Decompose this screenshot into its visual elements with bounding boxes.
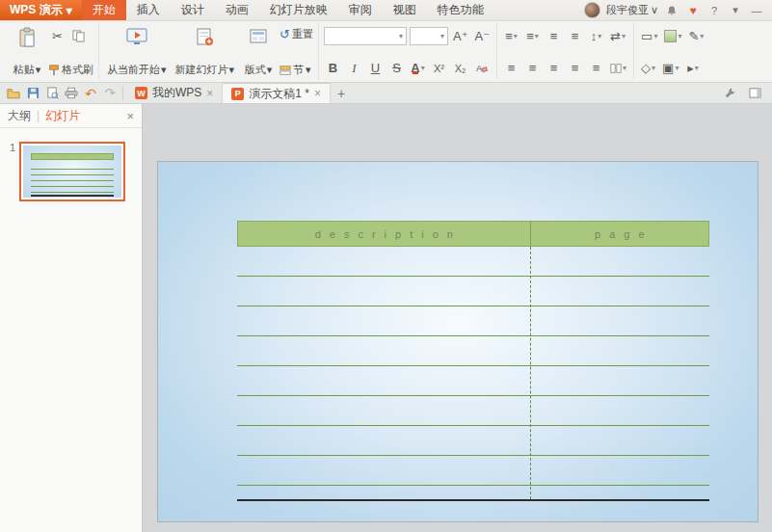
text-direction-button[interactable]: ⇄▾ [608,27,627,45]
underline-button[interactable]: U [366,59,385,77]
print-button[interactable] [62,83,81,103]
arrange-button[interactable]: ▣▾ [660,59,680,77]
slides-panel: 大纲 | 幻灯片 × 1 [0,104,143,532]
minimize-button[interactable]: — [749,3,764,18]
select-caret-icon: ▾ [695,64,699,72]
panel-close-icon[interactable]: × [126,109,134,123]
layout-icon [249,27,268,46]
format-painter-icon [48,65,60,76]
cut-button[interactable]: ✂ [48,27,67,45]
app-logo-text: WPS 演示 [10,2,63,18]
font-color-button[interactable]: A▾ [409,59,427,77]
copy-button[interactable] [69,27,88,45]
section-button[interactable]: 节 ▾ [280,63,313,77]
shape-caret-icon: ▾ [653,32,657,40]
align-left-button[interactable]: ≡ [502,59,520,77]
justify-button[interactable]: ≡ [566,59,584,77]
shape-outline-button[interactable]: ✎▾ [686,27,705,45]
arrange-caret-icon: ▾ [675,64,679,72]
favorite-heart-icon[interactable]: ♥ [685,3,701,18]
italic-button[interactable]: I [345,59,363,77]
shape-fill-button[interactable]: ▾ [662,27,683,45]
new-document-tab-button[interactable]: + [331,83,352,103]
layout-button[interactable]: 版式▾ [240,24,277,79]
format-painter-button[interactable]: 格式刷 [48,63,93,77]
align-center-button[interactable]: ≡ [523,59,542,77]
doc-tab-presentation1-close-icon[interactable]: × [314,87,321,100]
doc-tab-presentation1[interactable]: P 演示文稿1 * × [223,83,331,103]
content-table[interactable]: description page [237,221,709,501]
bold-button[interactable]: B [324,59,342,77]
slide-1[interactable]: description page [158,162,758,521]
insert-shape-button[interactable]: ▭▾ [639,27,659,45]
print-preview-button[interactable] [42,83,62,103]
tab-review[interactable]: 审阅 [338,0,383,20]
play-from-current-label: 从当前开始 [107,63,160,77]
font-size-combo[interactable]: ▾ [410,27,448,45]
paste-icon [17,27,37,48]
shape-effects-button[interactable]: ◇▾ [639,59,657,77]
tab-design[interactable]: 设计 [171,0,215,20]
distribute-button[interactable]: ≡ [587,59,605,77]
shrink-font-button[interactable]: A⁻ [473,27,492,45]
paste-button[interactable]: 粘贴▾ [9,24,45,79]
new-slide-button[interactable]: 新建幻灯片▾ [173,24,238,79]
select-button[interactable]: ▸▾ [683,59,702,77]
open-button[interactable] [4,83,23,103]
redo-button[interactable]: ↷ [100,83,120,103]
subscript-button[interactable]: X₂ [451,59,469,77]
clear-format-button[interactable]: A [472,59,491,77]
play-from-current-button[interactable]: 从当前开始▾ [104,24,170,79]
tab-home[interactable]: 开始 [82,0,126,20]
tab-insert[interactable]: 插入 [126,0,171,20]
table-row [237,336,709,366]
undo-button[interactable]: ↶ [81,83,100,103]
doc-tab-my-wps-close-icon[interactable]: × [206,87,213,100]
print-icon [65,87,78,99]
numbering-icon: ≡ [526,29,534,43]
tab-slideshow[interactable]: 幻灯片放映 [259,0,338,20]
decrease-indent-button[interactable]: ≡ [545,27,563,45]
reset-icon: ↺ [280,27,290,41]
table-row [237,396,709,426]
select-icon: ▸ [687,61,694,75]
toolbox-icon[interactable] [720,87,739,99]
reset-button[interactable]: ↺ 重置 [280,27,313,41]
line-spacing-button[interactable]: ↕▾ [587,27,605,45]
save-button[interactable] [23,83,42,103]
titlebar-right: 段宇俊亚 ∨ ♥ ? ▾ — [584,0,772,20]
tab-special-features[interactable]: 特色功能 [427,0,494,20]
message-bell-icon[interactable] [664,3,679,18]
slide-thumbnail-1[interactable] [19,142,125,201]
layout-label: 版式 [245,63,266,77]
main-area: 大纲 | 幻灯片 × 1 [0,104,772,532]
font-name-combo[interactable]: ▾ [324,27,407,45]
new-slide-caret-icon: ▾ [229,64,235,76]
avatar[interactable] [584,2,600,18]
align-right-button[interactable]: ≡ [545,59,563,77]
new-slide-icon [195,27,214,46]
table-bottom-line [237,499,709,501]
app-logo-menu[interactable]: WPS 演示 ▾ [0,0,82,20]
tab-view[interactable]: 视图 [383,0,427,20]
superscript-button[interactable]: X² [430,59,448,77]
numbering-button[interactable]: ≡▾ [523,27,542,45]
increase-indent-button[interactable]: ≡ [566,27,584,45]
tab-animation[interactable]: 动画 [215,0,259,20]
collapse-ribbon-icon[interactable]: ▾ [728,3,743,18]
table-header-page: page [530,222,708,246]
switch-panel-icon[interactable] [745,87,764,99]
account-menu[interactable]: 段宇俊亚 ∨ [606,3,658,17]
bullets-button[interactable]: ≡▾ [502,27,520,45]
panel-tab-slides[interactable]: 幻灯片 [45,108,80,124]
font-name-caret-icon: ▾ [399,32,403,40]
doc-tab-my-wps[interactable]: W 我的WPS × [126,83,223,103]
editing-canvas[interactable]: description page [143,104,772,532]
table-row [237,247,709,277]
panel-tab-outline[interactable]: 大纲 [8,108,31,124]
strikethrough-button[interactable]: S [387,59,406,77]
columns-button[interactable]: ▾ [608,59,628,77]
help-icon[interactable]: ? [706,3,722,18]
grow-font-button[interactable]: A⁺ [451,27,470,45]
account-caret-icon: ∨ [651,4,658,16]
